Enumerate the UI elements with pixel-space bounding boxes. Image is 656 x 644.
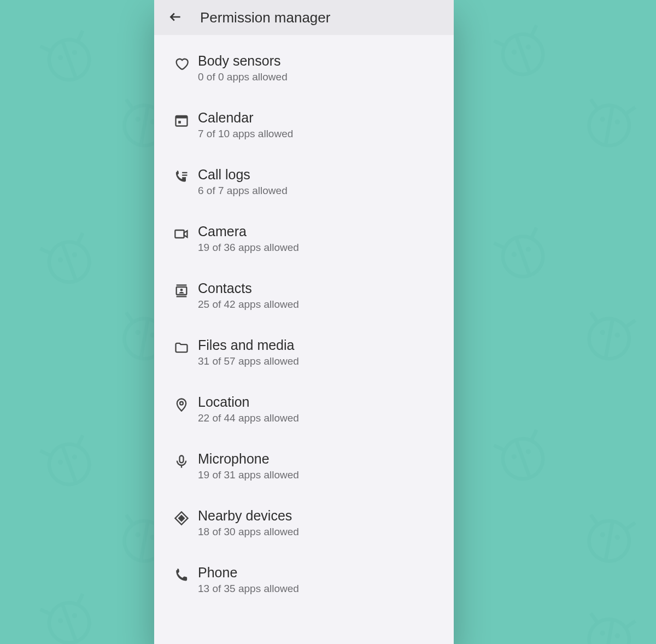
call-log-icon — [165, 166, 198, 185]
svg-line-74 — [75, 594, 85, 604]
list-item-text: Contacts25 of 42 apps allowed — [198, 280, 299, 311]
list-item-label: Body sensors — [198, 52, 288, 69]
list-item-subtitle: 13 of 35 apps allowed — [198, 583, 299, 595]
list-item-text: Files and media31 of 57 apps allowed — [198, 337, 299, 367]
list-item-text: Camera19 of 36 apps allowed — [198, 223, 299, 254]
list-item-subtitle: 31 of 57 apps allowed — [198, 355, 299, 367]
item-calendar[interactable]: Calendar7 of 10 apps allowed — [154, 96, 454, 153]
svg-line-23 — [141, 319, 148, 358]
contacts-icon — [165, 280, 198, 298]
list-item-text: Phone13 of 35 apps allowed — [198, 564, 299, 595]
svg-line-55 — [589, 313, 598, 321]
svg-line-7 — [125, 99, 133, 108]
svg-line-37 — [494, 38, 504, 48]
permission-list: Body sensors0 of 0 apps allowedCalendar7… — [154, 35, 454, 608]
svg-line-14 — [75, 233, 85, 243]
svg-line-71 — [606, 521, 613, 560]
list-item-subtitle: 18 of 30 apps allowed — [198, 526, 299, 538]
item-body-sensors[interactable]: Body sensors0 of 0 apps allowed — [154, 39, 454, 96]
item-call-logs[interactable]: Call logs6 of 7 apps allowed — [154, 153, 454, 210]
svg-point-69 — [600, 532, 606, 538]
nearby-icon — [165, 507, 198, 526]
list-item-label: Files and media — [198, 337, 299, 353]
svg-rect-96 — [180, 456, 184, 463]
svg-line-59 — [606, 319, 613, 358]
svg-rect-99 — [179, 516, 184, 521]
svg-point-51 — [511, 251, 518, 258]
svg-point-52 — [525, 246, 531, 253]
item-microphone[interactable]: Microphone19 of 31 apps allowed — [154, 437, 454, 494]
list-item-label: Camera — [198, 223, 299, 239]
list-item-text: Microphone19 of 31 apps allowed — [198, 450, 299, 481]
list-item-subtitle: 7 of 10 apps allowed — [198, 128, 293, 140]
list-item-label: Phone — [198, 564, 299, 581]
list-item-subtitle: 6 of 7 apps allowed — [198, 185, 288, 197]
list-item-label: Calendar — [198, 109, 293, 126]
svg-line-67 — [589, 515, 598, 524]
svg-point-57 — [600, 330, 606, 336]
list-item-label: Call logs — [198, 166, 288, 183]
svg-point-9 — [135, 116, 141, 122]
svg-point-63 — [511, 454, 518, 460]
calendar-icon — [165, 109, 198, 128]
app-bar: Permission manager — [154, 0, 454, 35]
svg-line-17 — [62, 243, 76, 281]
svg-point-3 — [57, 55, 64, 61]
item-nearby-devices[interactable]: Nearby devices18 of 30 apps allowed — [154, 494, 454, 551]
svg-point-21 — [135, 330, 141, 336]
list-item-label: Location — [198, 394, 299, 410]
svg-point-95 — [180, 402, 183, 405]
svg-line-62 — [529, 430, 539, 440]
svg-line-19 — [125, 313, 133, 321]
svg-line-50 — [529, 227, 539, 237]
svg-point-28 — [71, 454, 78, 460]
phone-icon — [165, 564, 198, 583]
item-files-media[interactable]: Files and media31 of 57 apps allowed — [154, 324, 454, 380]
svg-point-64 — [525, 448, 531, 455]
svg-line-43 — [589, 99, 598, 108]
item-location[interactable]: Location22 of 44 apps allowed — [154, 380, 454, 437]
svg-line-2 — [75, 31, 85, 40]
list-item-label: Contacts — [198, 280, 299, 296]
svg-line-47 — [606, 106, 613, 145]
svg-point-45 — [600, 116, 606, 122]
list-item-text: Body sensors0 of 0 apps allowed — [198, 52, 288, 83]
item-camera[interactable]: Camera19 of 36 apps allowed — [154, 210, 454, 267]
svg-line-29 — [62, 446, 76, 483]
list-item-subtitle: 22 of 44 apps allowed — [198, 412, 299, 424]
svg-line-38 — [529, 25, 539, 35]
arrow-back-icon — [168, 10, 183, 26]
svg-point-81 — [600, 630, 606, 636]
svg-point-94 — [180, 289, 183, 291]
list-item-label: Microphone — [198, 450, 299, 467]
svg-line-26 — [75, 435, 85, 445]
svg-point-76 — [71, 612, 78, 619]
svg-rect-90 — [175, 230, 184, 238]
svg-line-35 — [141, 521, 148, 560]
item-contacts[interactable]: Contacts25 of 42 apps allowed — [154, 267, 454, 324]
svg-line-49 — [494, 241, 504, 250]
svg-line-73 — [40, 607, 50, 617]
svg-point-39 — [511, 49, 518, 56]
list-item-label: Nearby devices — [198, 507, 299, 524]
svg-line-53 — [516, 238, 530, 276]
list-item-text: Calendar7 of 10 apps allowed — [198, 109, 293, 140]
camera-icon — [165, 223, 198, 242]
folder-icon — [165, 337, 198, 355]
svg-line-41 — [516, 36, 530, 73]
svg-line-65 — [516, 440, 530, 478]
mic-icon — [165, 450, 198, 469]
item-phone[interactable]: Phone13 of 35 apps allowed — [154, 551, 454, 608]
svg-line-79 — [589, 613, 598, 622]
svg-point-4 — [71, 49, 78, 56]
svg-line-44 — [626, 106, 635, 115]
svg-line-56 — [626, 319, 635, 328]
svg-point-82 — [614, 633, 620, 639]
svg-line-13 — [40, 246, 50, 256]
svg-rect-85 — [176, 116, 188, 119]
svg-point-15 — [57, 257, 64, 264]
list-item-subtitle: 19 of 31 apps allowed — [198, 469, 299, 481]
svg-line-77 — [62, 604, 76, 642]
svg-point-70 — [614, 535, 620, 541]
back-button[interactable] — [165, 7, 186, 28]
